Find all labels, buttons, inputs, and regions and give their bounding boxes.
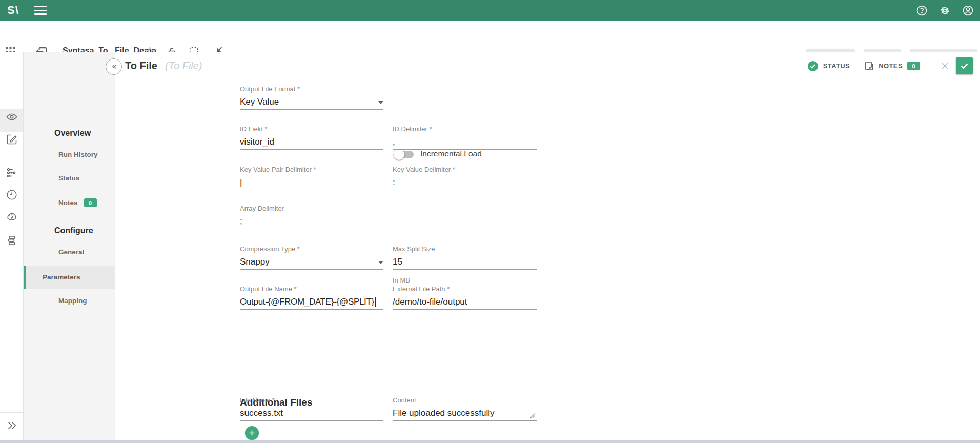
field-label: Key Value Pair Delimiter * [240,165,383,174]
max-split-size-helper: In MB [393,276,410,284]
section-divider [240,390,980,390]
select-value: Snappy [240,257,270,267]
notes-icon [863,61,874,71]
sidebar-item-label: Run History [58,151,98,158]
apply-check-button[interactable] [956,57,973,74]
panel-subtitle: (To File) [165,60,202,72]
kv-delimiter-field: Key Value Delimiter * [393,165,537,190]
external-file-path-input[interactable] [393,293,537,310]
sidebar-section-overview[interactable]: Overview [54,129,91,138]
menu-icon[interactable] [34,6,47,15]
sidebar-item-parameters[interactable]: Parameters [24,266,115,289]
array-delimiter-field: Array Delimiter [240,204,383,229]
add-file-button[interactable] [245,426,259,440]
sidebar-item-notes[interactable]: Notes 0 [58,198,97,207]
field-label: External File Path * [393,285,537,293]
output-file-format-select[interactable]: Key Value [240,93,383,110]
field-label: Max Split Size [393,245,537,253]
gauge-monitor-icon[interactable] [6,210,18,223]
screen: S\ [0,0,980,443]
workflow-bar: Syntasa_To _File_Demo Development Workfl… [0,21,980,52]
field-label: Output File Format * [240,85,383,93]
sidebar: Overview Run History Status Notes 0 Conf… [24,52,115,440]
sidebar-item-status[interactable]: Status [58,174,79,182]
panel-header: To File (To File) STATUS [115,52,980,79]
select-value: Key Value [240,97,279,107]
plus-icon [248,429,256,437]
sidebar-item-general[interactable]: General [58,248,84,256]
max-split-size-input[interactable] [393,253,537,270]
id-delimiter-input[interactable] [393,133,537,150]
syntasa-logo: S\ [7,4,19,17]
expand-rail-button[interactable] [0,412,23,438]
array-delimiter-input[interactable] [240,213,383,229]
kv-delimiter-input[interactable] [393,174,537,190]
sidebar-item-label: Status [58,174,79,182]
chevron-down-icon [378,261,383,264]
incremental-load-label: Incremental Load [420,149,482,158]
datasets-stack-icon[interactable] [6,234,18,247]
sidebar-item-run-history[interactable]: Run History [58,151,98,158]
kv-pair-delimiter-field: Key Value Pair Delimiter * [240,165,383,190]
output-file-format-field: Output File Format * Key Value [240,85,383,110]
file-content-field: Content [393,396,537,421]
field-label: ID Field * [240,125,383,133]
sidebar-item-label: Mapping [58,297,87,305]
close-icon[interactable] [940,61,950,71]
sidebar-item-mapping[interactable]: Mapping [58,297,87,305]
external-file-path-field: External File Path * [393,285,537,310]
text-cursor [375,297,376,307]
field-label: File Name * [240,396,383,405]
compression-type-select[interactable]: Snappy [240,253,383,270]
resize-handle-icon[interactable] [530,413,535,418]
notes-button[interactable]: NOTES 0 [863,61,920,71]
main-panel: To File (To File) STATUS [115,52,980,440]
check-icon [959,61,969,71]
preview-eye-icon[interactable] [6,111,18,123]
id-field-input[interactable] [240,133,383,150]
sidebar-item-label: General [58,248,84,256]
app-bar-actions [916,0,974,21]
collapse-panel-button[interactable] [106,58,122,75]
output-file-name-input[interactable]: Output-{@FROM_DATE}-{@SPLIT} [240,293,383,310]
notes-count-badge: 0 [84,198,97,207]
incremental-load-toggle[interactable] [395,151,414,158]
notes-count-badge: 0 [907,62,920,70]
toggle-knob [394,149,404,160]
output-file-name-field: Output File Name * Output-{@FROM_DATE}-{… [240,285,383,310]
edit-icon[interactable] [6,133,18,146]
sidebar-item-label: Parameters [43,273,80,281]
field-label: Key Value Delimiter * [393,165,537,174]
panel-title-row: To File (To File) [125,52,202,79]
kv-pair-delimiter-input[interactable] [240,174,383,190]
file-content-textarea[interactable] [393,405,537,421]
field-label: ID Delimiter * [393,125,537,133]
sidebar-section-configure[interactable]: Configure [54,226,93,235]
divider [927,56,927,76]
file-name-field: File Name * [240,396,383,421]
settings-gear-icon[interactable] [939,5,951,16]
icon-rail [0,52,24,440]
notes-label: NOTES [879,62,903,70]
run-history-clock-icon[interactable] [6,189,18,201]
compression-type-field: Compression Type * Snappy [240,245,383,270]
file-name-input[interactable] [240,405,383,421]
status-label: STATUS [823,62,850,70]
panel-title: To File [125,60,157,72]
field-label: Output File Name * [240,285,383,293]
panel-header-actions: STATUS NOTES 0 [807,52,973,79]
app-bar: S\ [0,0,980,21]
field-label: Compression Type * [240,245,383,253]
status-check-icon [807,61,819,72]
id-delimiter-field: ID Delimiter * [393,125,537,150]
sidebar-item-label: Notes [58,199,78,207]
status-button[interactable]: STATUS [807,61,850,72]
help-icon[interactable] [916,5,928,16]
horizontal-scrollbar[interactable] [0,440,980,443]
max-split-size-field: Max Split Size [393,245,537,270]
process-flow-icon[interactable] [6,167,18,179]
field-label: Content [393,396,537,405]
account-icon[interactable] [962,5,974,16]
chevron-down-icon [378,101,383,104]
id-field: ID Field * [240,125,383,150]
